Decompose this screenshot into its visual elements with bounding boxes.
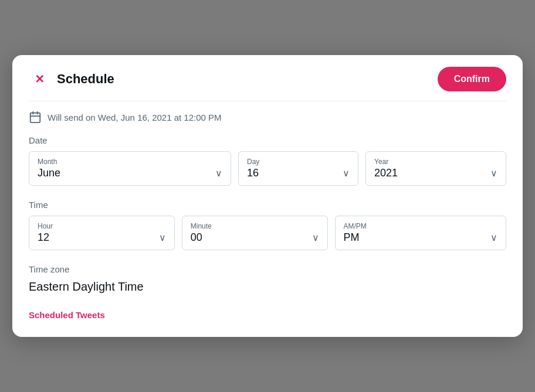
minute-chevron-icon: ∨ (312, 232, 319, 243)
hour-chevron-icon: ∨ (159, 232, 166, 243)
close-button[interactable]: ✕ (29, 69, 50, 90)
month-value: June (38, 167, 60, 179)
ampm-chevron-icon: ∨ (490, 232, 497, 243)
date-dropdown-row: Month June ∨ Day 16 ∨ Year 2021 ∨ (29, 151, 506, 186)
day-value: 16 (247, 167, 259, 179)
timezone-section: Time zone Eastern Daylight Time (29, 264, 506, 294)
hour-dropdown[interactable]: Hour 12 ∨ (29, 216, 175, 250)
timezone-section-label: Time zone (29, 264, 506, 274)
day-chevron-icon: ∨ (343, 168, 350, 179)
ampm-dropdown[interactable]: AM/PM PM ∨ (335, 216, 507, 250)
year-value: 2021 (374, 167, 398, 179)
month-chevron-icon: ∨ (215, 168, 222, 179)
ampm-label: AM/PM (344, 222, 498, 230)
time-dropdown-row: Hour 12 ∨ Minute 00 ∨ AM/PM PM ∨ (29, 216, 506, 250)
modal-header: ✕ Schedule Confirm (29, 67, 506, 91)
modal-title: Schedule (57, 71, 114, 87)
timezone-value: Eastern Daylight Time (29, 280, 506, 294)
time-section: Time Hour 12 ∨ Minute 00 ∨ AM/PM (29, 200, 506, 250)
month-dropdown[interactable]: Month June ∨ (29, 151, 231, 186)
ampm-value: PM (344, 231, 360, 244)
minute-dropdown[interactable]: Minute 00 ∨ (182, 216, 328, 250)
svg-rect-0 (31, 113, 40, 123)
date-section: Date Month June ∨ Day 16 ∨ Year (29, 135, 506, 186)
year-label: Year (374, 158, 497, 166)
day-value-row: 16 ∨ (247, 167, 350, 179)
time-section-label: Time (29, 200, 506, 210)
year-value-row: 2021 ∨ (374, 167, 497, 179)
header-left: ✕ Schedule (29, 69, 114, 90)
header-divider (29, 101, 506, 101)
year-dropdown[interactable]: Year 2021 ∨ (365, 151, 506, 186)
month-label: Month (38, 158, 222, 166)
month-value-row: June ∨ (38, 167, 222, 179)
day-dropdown[interactable]: Day 16 ∨ (238, 151, 358, 186)
year-chevron-icon: ∨ (490, 168, 497, 179)
date-section-label: Date (29, 135, 506, 145)
hour-value-row: 12 ∨ (38, 231, 166, 244)
hour-label: Hour (38, 222, 166, 230)
minute-label: Minute (191, 222, 319, 230)
confirm-button[interactable]: Confirm (438, 67, 506, 91)
schedule-info-text: Will send on Wed, Jun 16, 2021 at 12:00 … (48, 113, 222, 122)
minute-value: 00 (191, 231, 202, 244)
day-label: Day (247, 158, 350, 166)
scheduled-tweets-link[interactable]: Scheduled Tweets (29, 310, 105, 320)
schedule-info-row: Will send on Wed, Jun 16, 2021 at 12:00 … (29, 111, 506, 124)
calendar-icon (29, 111, 42, 124)
minute-value-row: 00 ∨ (191, 231, 319, 244)
hour-value: 12 (38, 231, 49, 244)
ampm-value-row: PM ∨ (344, 231, 498, 244)
schedule-modal: ✕ Schedule Confirm Will send on Wed, Jun… (12, 55, 523, 337)
